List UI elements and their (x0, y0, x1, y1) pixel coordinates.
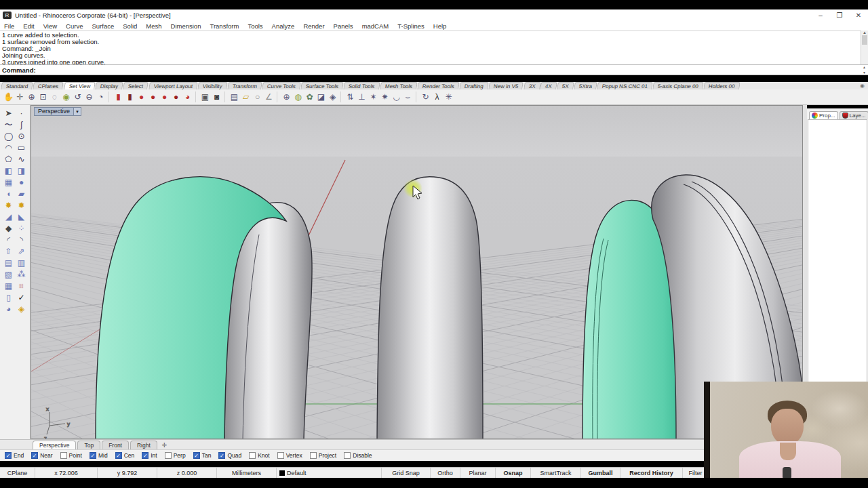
scrollbar-thumb[interactable] (862, 35, 867, 45)
toolbar-tab[interactable]: Set View (64, 82, 96, 89)
pan-hand-icon[interactable]: ✋ (3, 92, 14, 103)
zoom-selected-icon[interactable]: ◌ (49, 92, 60, 103)
osnap-toggle[interactable]: Cen (115, 452, 135, 459)
slab-icon[interactable]: ▰ (15, 188, 28, 200)
screen-monitor-icon[interactable]: ▤ (229, 92, 240, 103)
status-cell[interactable]: Osnap (496, 468, 531, 478)
toolbar-tab[interactable]: Standard (1, 82, 33, 89)
dot-group-icon[interactable]: ⁘ (15, 223, 28, 235)
osnap-checkbox[interactable] (5, 452, 12, 459)
toolbar-tab[interactable]: Select (123, 82, 149, 89)
surface-wing2-icon[interactable]: ⌣ (402, 92, 414, 103)
grid-points-icon[interactable]: ▦ (2, 281, 15, 292)
surface-corner-icon[interactable]: ◧ (2, 165, 15, 177)
blob-group-icon[interactable]: ◆ (2, 223, 15, 235)
close-button[interactable]: ✕ (849, 12, 868, 19)
rotate-view-icon[interactable]: ↺ (72, 92, 83, 103)
shade-object-icon[interactable]: ◕ (2, 304, 15, 315)
madcam-pencil-icon[interactable]: ● (159, 92, 170, 103)
status-cell[interactable]: Ortho (431, 468, 460, 478)
command-history-scrollbar[interactable]: ▲ (861, 30, 868, 64)
menu-item[interactable]: Solid (123, 22, 137, 30)
toolbar-tab[interactable]: Visibility (197, 82, 227, 89)
zoom-dynamic-icon[interactable]: ⊕ (26, 92, 37, 103)
menu-item[interactable]: Mesh (146, 22, 161, 30)
drag-mode-icon[interactable]: ◪ (315, 92, 327, 103)
osnap-checkbox[interactable] (193, 452, 200, 459)
status-cell[interactable]: x 72.006 (35, 468, 98, 478)
osnap-checkbox[interactable] (60, 452, 67, 459)
madcam-post-icon[interactable]: ▮ (113, 92, 124, 103)
polygon-icon[interactable]: ⬠ (2, 154, 15, 165)
osnap-checkbox[interactable] (310, 452, 317, 459)
madcam-5axis-icon[interactable]: ◕ (182, 92, 193, 103)
osnap-checkbox[interactable] (142, 452, 149, 459)
move-view-icon[interactable]: ✛ (14, 92, 26, 103)
toolbar-tab[interactable]: 3X (524, 82, 540, 89)
sparkle-icon[interactable]: ✳ (443, 92, 454, 103)
toolbar-tab[interactable]: Solid Tools (343, 82, 380, 89)
sphere-small-icon[interactable]: ○ (252, 92, 263, 103)
add-viewport-icon[interactable]: ✛ (159, 441, 171, 449)
viewport-tab-top[interactable]: Top (77, 441, 100, 449)
surface-loft-icon[interactable]: ◨ (15, 165, 28, 177)
box-icon[interactable]: ▦ (2, 177, 15, 188)
osnap-toggle[interactable]: Knot (249, 452, 270, 459)
osnap-checkbox[interactable] (115, 452, 122, 459)
render-camera-icon[interactable]: ◙ (211, 92, 222, 103)
light-rays-icon[interactable]: ⁂ (15, 269, 28, 281)
cage-icon[interactable]: ⌗ (15, 281, 28, 292)
toolbar-tab[interactable]: Surface Tools (300, 82, 344, 89)
menu-item[interactable]: Help (433, 22, 447, 30)
rotate-cycle-icon[interactable]: ↻ (420, 92, 431, 103)
osnap-toggle[interactable]: Point (60, 452, 82, 459)
check-mark-icon[interactable]: ✓ (15, 292, 28, 304)
status-cell[interactable]: Default (277, 468, 382, 478)
surface-wing-icon[interactable]: ◡ (391, 92, 402, 103)
viewport-title-label[interactable]: Perspective (34, 107, 74, 116)
box-display-icon[interactable]: ◈ (327, 92, 338, 103)
gumball-axis-icon[interactable]: ⇅ (344, 92, 356, 103)
zoom-lens-icon[interactable]: ◉ (60, 92, 72, 103)
viewport-tab-front[interactable]: Front (102, 441, 129, 449)
zoom-window-icon[interactable]: ⊡ (37, 92, 49, 103)
osnap-checkbox[interactable] (277, 452, 284, 459)
osnap-toggle[interactable]: Tan (193, 452, 212, 459)
perspective-viewport[interactable]: x y z (31, 105, 803, 439)
toolbar-tab[interactable]: Popup NS CNC 01 (597, 82, 653, 89)
circle-icon[interactable]: ◯ (2, 131, 15, 142)
status-cell[interactable]: z 0.000 (157, 468, 217, 478)
control-curve-icon[interactable]: ʃ (15, 119, 28, 131)
maximize-button[interactable]: ❐ (830, 12, 849, 19)
menu-item[interactable]: Edit (23, 22, 34, 30)
curve-icon[interactable]: 〜 (2, 119, 15, 131)
point-icon[interactable]: · (15, 108, 28, 119)
open-folder-icon[interactable]: ▱ (240, 92, 252, 103)
tab-options-icon[interactable]: ◉ (860, 83, 867, 89)
rectangle-icon[interactable]: ▭ (15, 142, 28, 154)
toolbar-tab[interactable]: CPlanes (33, 82, 64, 89)
osnap-toggle[interactable]: Mid (90, 452, 108, 459)
machine-sim-icon[interactable]: ▣ (199, 92, 211, 103)
toolbar-tab[interactable]: 5X (557, 82, 574, 89)
circle-target-icon[interactable]: ⊕ (281, 92, 292, 103)
fillet-edge-icon[interactable]: ◢ (2, 211, 15, 223)
menu-item[interactable]: File (4, 22, 14, 30)
viewport-tab-right[interactable]: Right (130, 441, 157, 449)
tab-properties[interactable]: Prop... (809, 111, 838, 119)
madcam-roughing-icon[interactable]: ● (136, 92, 147, 103)
osnap-checkbox[interactable] (344, 452, 351, 459)
boolean-burst-icon[interactable]: ✸ (2, 200, 15, 211)
command-spinner[interactable]: ▲▼ (861, 65, 867, 75)
extrude-icon[interactable]: ⇧ (2, 246, 15, 258)
tab-layers[interactable]: Laye... (840, 111, 868, 119)
osnap-toggle[interactable]: Int (142, 452, 157, 459)
toolbar-tab[interactable]: Drafting (459, 82, 489, 89)
toolbar-tab[interactable]: Display (95, 82, 123, 89)
osnap-toggle[interactable]: End (5, 452, 24, 459)
walk-person-icon[interactable]: λ (431, 92, 443, 103)
status-cell[interactable]: Planar (460, 468, 496, 478)
ring-middle[interactable] (377, 177, 483, 439)
menu-item[interactable]: T-Splines (397, 22, 425, 30)
osnap-toggle[interactable]: Near (31, 452, 52, 459)
